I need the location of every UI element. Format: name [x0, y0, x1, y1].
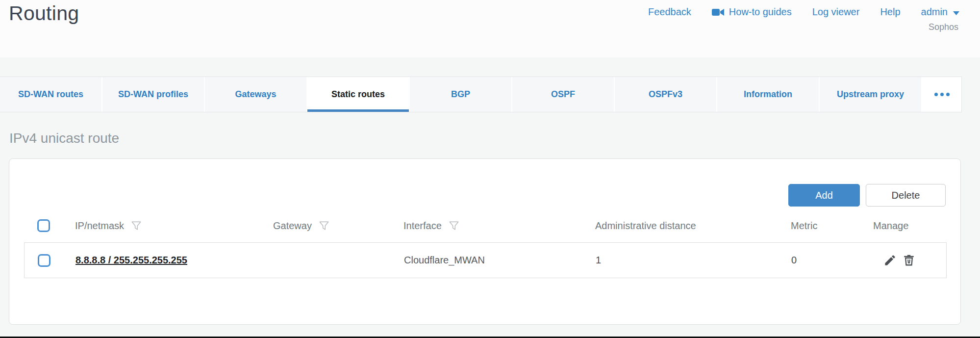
feedback-link-label: Feedback — [648, 6, 691, 18]
brand-label: Sophos — [929, 22, 958, 32]
tab-ospfv3[interactable]: OSPFv3 — [615, 77, 717, 112]
tab-information[interactable]: Information — [717, 77, 820, 112]
tab-gateways[interactable]: Gateways — [205, 77, 307, 112]
column-header-ip-netmask: IP/netmask — [75, 220, 124, 232]
tab-bar: SD-WAN routes SD-WAN profiles Gateways S… — [0, 77, 962, 112]
column-header-manage: Manage — [873, 220, 908, 232]
ellipsis-icon — [934, 93, 938, 96]
tab-ospf[interactable]: OSPF — [512, 77, 615, 112]
route-interface-cell: Cloudflare_MWAN — [404, 255, 596, 266]
tab-upstream-proxy[interactable]: Upstream proxy — [820, 77, 922, 112]
video-camera-icon — [712, 8, 725, 17]
tab-bgp[interactable]: BGP — [410, 77, 512, 112]
add-button[interactable]: Add — [788, 184, 860, 207]
help-link[interactable]: Help — [880, 6, 900, 18]
page-title: Routing — [9, 2, 79, 25]
ellipsis-icon — [940, 93, 944, 96]
log-viewer-label: Log viewer — [812, 6, 860, 18]
admin-label: admin — [921, 6, 948, 18]
route-metric-cell: 0 — [791, 255, 874, 266]
column-header-interface: Interface — [403, 220, 442, 232]
admin-menu[interactable]: admin — [921, 6, 959, 18]
table-toolbar: Add Delete — [788, 184, 946, 207]
route-administrative-distance-cell: 1 — [596, 255, 791, 266]
filter-icon[interactable] — [131, 220, 142, 231]
delete-button[interactable]: Delete — [866, 184, 946, 207]
filter-icon[interactable] — [449, 220, 459, 231]
more-tabs-button[interactable] — [922, 77, 961, 112]
table-header: IP/netmask Gateway Interface Administrat… — [24, 214, 947, 237]
section-title: IPv4 unicast route — [9, 130, 119, 146]
how-to-guides-label: How-to guides — [729, 6, 792, 18]
tab-static-routes[interactable]: Static routes — [307, 77, 410, 112]
ellipsis-icon — [946, 93, 950, 96]
table-row: 8.8.8.8 / 255.255.255.255 Cloudflare_MWA… — [24, 242, 947, 278]
tab-sdwan-routes[interactable]: SD-WAN routes — [0, 77, 102, 112]
column-header-administrative-distance: Administrative distance — [595, 220, 696, 232]
top-nav: Feedback How-to guides Log viewer Help a… — [648, 6, 959, 18]
log-viewer-link[interactable]: Log viewer — [812, 6, 860, 18]
column-header-gateway: Gateway — [273, 220, 312, 232]
column-header-metric: Metric — [791, 220, 817, 232]
how-to-guides-link[interactable]: How-to guides — [712, 6, 792, 18]
routes-card: Add Delete IP/netmask Gateway Interface … — [9, 158, 961, 325]
filter-icon[interactable] — [319, 220, 329, 231]
route-ip-netmask-link[interactable]: 8.8.8.8 / 255.255.255.255 — [75, 255, 187, 265]
caret-down-icon — [953, 6, 959, 18]
tab-sdwan-profiles[interactable]: SD-WAN profiles — [102, 77, 205, 112]
select-all-checkbox[interactable] — [37, 219, 50, 232]
feedback-link[interactable]: Feedback — [648, 6, 691, 18]
delete-icon[interactable] — [903, 254, 915, 267]
row-checkbox[interactable] — [38, 254, 50, 267]
help-label: Help — [880, 6, 900, 18]
edit-icon[interactable] — [883, 254, 897, 267]
